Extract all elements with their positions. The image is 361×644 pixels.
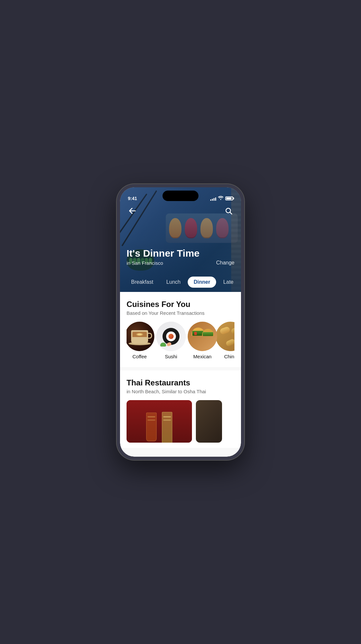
- signal-icon: [210, 196, 216, 201]
- nav-bar: [120, 204, 241, 218]
- tab-dinner[interactable]: Dinner: [188, 277, 216, 288]
- phone-frame: 9:41: [117, 184, 244, 460]
- volume-down-button[interactable]: [117, 253, 117, 264]
- tab-late[interactable]: Late: [217, 277, 239, 288]
- restaurant-cards: [127, 400, 234, 443]
- meal-tabs: Breakfast Lunch Dinner Late: [120, 272, 241, 292]
- status-icons: [210, 195, 233, 201]
- hero-location-row: in San Francisco Change: [127, 260, 234, 266]
- restaurant-card-2[interactable]: [196, 400, 222, 443]
- restaurant-card-image-2: [196, 400, 222, 443]
- cuisine-label-sushi: Sushi: [165, 354, 177, 359]
- back-button[interactable]: [127, 205, 138, 217]
- cuisine-item-coffee[interactable]: Coffee: [127, 322, 153, 359]
- hero-text-block: It's Dinner Time in San Francisco Change: [127, 248, 234, 266]
- cuisine-circle-chinese: [216, 322, 234, 351]
- cuisine-item-chinese[interactable]: Chine: [221, 322, 234, 359]
- hero-location: in San Francisco: [127, 260, 163, 266]
- dynamic-island: [163, 191, 198, 201]
- cuisines-section: Cuisines For You Based on Your Recent Tr…: [120, 292, 241, 367]
- restaurant-card-image-1: [127, 400, 192, 443]
- cuisine-label-chinese: Chine: [224, 354, 234, 359]
- cuisine-item-sushi[interactable]: Sushi: [158, 322, 184, 359]
- cuisine-circle-coffee: [127, 322, 154, 351]
- svg-line-1: [230, 212, 232, 214]
- phone-screen: 9:41: [120, 187, 241, 457]
- power-button[interactable]: [244, 246, 244, 269]
- cuisine-row: Coffee: [127, 322, 234, 362]
- cuisines-title: Cuisines For You: [127, 300, 234, 309]
- volume-up-button[interactable]: [117, 236, 117, 248]
- cuisine-circle-sushi: [156, 322, 186, 351]
- thai-subtitle: in North Beach, Similar to Osha Thai: [127, 389, 234, 394]
- thai-section: Thai Restaurants in North Beach, Similar…: [120, 370, 241, 448]
- content-area: Cuisines For You Based on Your Recent Tr…: [120, 292, 241, 457]
- thai-title: Thai Restaurants: [127, 378, 234, 387]
- cuisine-label-mexican: Mexican: [193, 354, 212, 359]
- cuisines-subtitle: Based on Your Recent Transactions: [127, 310, 234, 316]
- search-button[interactable]: [223, 205, 234, 217]
- battery-icon: [225, 196, 233, 200]
- restaurant-card-1[interactable]: [127, 400, 192, 443]
- tab-breakfast[interactable]: Breakfast: [125, 277, 159, 288]
- cuisine-circle-mexican: [188, 322, 217, 351]
- hero-title: It's Dinner Time: [127, 248, 234, 259]
- cuisine-item-mexican[interactable]: Mexican: [189, 322, 215, 359]
- tab-lunch[interactable]: Lunch: [161, 277, 187, 288]
- change-location-button[interactable]: Change: [216, 260, 234, 266]
- cuisine-label-coffee: Coffee: [132, 354, 147, 359]
- wifi-icon: [218, 195, 223, 201]
